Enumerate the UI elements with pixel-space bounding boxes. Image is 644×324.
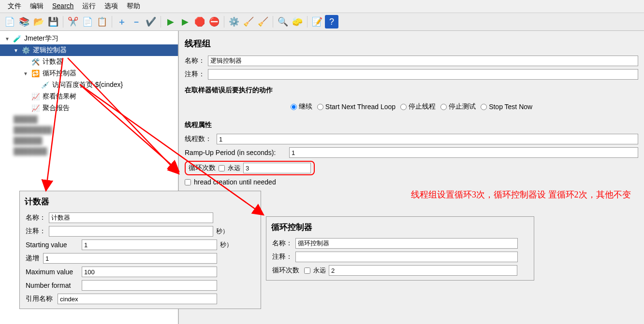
wrench-icon: 🛠️ [31,57,40,66]
ref-name-label: 引用名称 [26,295,55,303]
menu-options[interactable]: 选项 [101,1,122,12]
thread-props-label: 线程属性 [183,116,640,132]
cut-icon[interactable]: ✂️ [66,15,80,28]
chart-icon: 📈 [31,92,40,101]
loop-highlight: 循环次数 永远 [185,161,315,175]
collapse-icon[interactable]: － [130,15,143,28]
paste-icon[interactable]: 📋 [95,15,109,28]
tree-blurred-2: ████████ [0,125,178,135]
tree-counter[interactable]: 🛠️ 计数器 [0,56,178,68]
loop-title: 循环控制器 [270,220,530,237]
forever-label: 永远 [228,164,240,172]
tree-root-label: Jmeter学习 [24,34,59,43]
number-format-label: Number format [26,282,79,289]
counter-name-input[interactable] [49,212,213,223]
sec-suffix-2: 秒） [220,240,233,249]
increment-input[interactable] [43,253,217,264]
menu-file[interactable]: 文件 [4,1,25,12]
increment-label: 递增 [26,254,40,263]
save-icon[interactable]: 💾 [46,15,60,28]
error-section-label: 在取样器错误后要执行的动作 [183,81,640,98]
tree-root[interactable]: ▼🧪 Jmeter学习 [0,33,178,44]
search-icon[interactable]: 🔍 [276,15,290,28]
menu-help[interactable]: 帮助 [123,1,144,12]
error-radio-row: 继续 Start Next Thread Loop 停止线程 停止测试 Stop… [183,98,640,116]
name-input[interactable] [208,56,638,66]
loop-count-label: 循环次数 [189,164,216,172]
tree-visit-label: 访问百度首页-${cindex} [52,81,123,89]
max-value-input[interactable] [82,267,217,277]
tree-counter-label: 计数器 [43,57,63,66]
shutdown-icon[interactable]: ⛔ [207,15,221,28]
tree-agg-report[interactable]: 📈 聚合报告 [0,102,178,114]
menu-search[interactable]: Search [48,1,77,12]
sec-suffix-1: 秒） [216,227,229,236]
menu-run[interactable]: 运行 [78,1,100,12]
starting-value-label: Starting value [26,241,79,249]
loop-forever-label: 永远 [313,266,326,275]
new-icon[interactable]: 📄 [3,15,16,28]
max-value-label: Maximum value [26,268,79,276]
tree-result-label: 察看结果树 [43,92,76,101]
radio-continue[interactable]: 继续 [291,102,312,111]
function-helper-icon[interactable]: 📝 [310,15,324,28]
loop-count-input2[interactable] [329,265,517,276]
radio-start-next[interactable]: Start Next Thread Loop [317,102,395,111]
thread-group-title: 线程组 [183,35,640,54]
forever-checkbox[interactable] [219,165,225,171]
counter-title: 计数器 [24,194,257,211]
loop-forever-checkbox[interactable] [304,268,310,274]
templates-icon[interactable]: 📚 [17,15,31,28]
tree-logic-controller[interactable]: ▼⚙️ 逻辑控制器 [0,44,178,56]
copy-icon[interactable]: 📄 [81,15,94,28]
counter-comment-label: 注释： [26,227,46,236]
clear-icon[interactable]: 🧹 [242,15,255,28]
loop-name-input[interactable] [295,238,518,249]
loop-panel: 循环控制器 名称： 注释： 循环次数 永远 [266,216,534,281]
loop-comment-input[interactable] [295,252,518,262]
radio-stop-now[interactable]: Stop Test Now [481,102,532,111]
loop-icon: 🔁 [31,69,40,78]
toggle-icon[interactable]: ✔️ [144,15,158,28]
delay-label: hread creation until needed [194,178,276,186]
tree-loop-label: 循环控制器 [43,69,76,78]
gear-icon: ⚙️ [21,46,30,55]
stop-icon[interactable]: 🛑 [193,15,206,28]
tree-visit-request[interactable]: 💉 访问百度首页-${cindex} [0,79,178,91]
tree-blurred-1: █████ [0,114,178,125]
start-icon[interactable]: ▶ [164,15,177,28]
reset-search-icon[interactable]: 🧽 [291,15,304,28]
flask-icon: 🧪 [13,34,21,43]
tree-result-tree[interactable]: 📈 察看结果树 [0,91,178,102]
expand-icon[interactable]: ＋ [115,15,129,28]
open-icon[interactable]: 📂 [32,15,45,28]
radio-stop-thread[interactable]: 停止线程 [400,102,436,111]
comment-input[interactable] [208,69,638,80]
menu-edit[interactable]: 编辑 [26,1,47,12]
counter-panel: 计数器 名称： 注释： 秒） Starting value 秒） 递增 Maxi… [19,191,261,309]
tree-loop-controller[interactable]: ▼🔁 循环控制器 [0,68,178,79]
starting-value-input[interactable] [82,239,217,250]
number-format-input[interactable] [82,280,217,291]
loop-count-label2: 循环次数 [272,266,301,275]
counter-comment-input[interactable] [49,226,213,237]
annotation-note: 线程组设置循环3次，循环控制器设 置循环2次，其他不变 [411,188,631,201]
start-no-timers-icon[interactable]: ▶ [178,15,192,28]
tree-blurred-4: ███████ [0,146,178,156]
menu-bar: 文件 编辑 Search 运行 选项 帮助 [0,0,644,13]
tree-blurred-3: ██████ [0,135,178,146]
remote-start-icon[interactable]: ⚙️ [227,15,241,28]
ref-name-input[interactable] [58,294,217,304]
help-icon[interactable]: ? [325,15,338,28]
loop-name-label: 名称： [272,239,293,248]
dropper-icon: 💉 [41,81,49,89]
threads-input[interactable] [217,134,638,144]
radio-stop-test[interactable]: 停止测试 [440,102,476,111]
counter-name-label: 名称： [26,213,46,222]
chart-icon: 📈 [31,104,40,113]
loop-count-input[interactable] [243,163,311,173]
ramp-input[interactable] [289,147,638,158]
clear-all-icon[interactable]: 🧹 [256,15,270,28]
delay-checkbox[interactable] [185,179,191,185]
toolbar: 📄 📚 📂 💾 ✂️ 📄 📋 ＋ － ✔️ ▶ ▶ 🛑 ⛔ ⚙️ 🧹 🧹 🔍 🧽… [0,13,644,31]
